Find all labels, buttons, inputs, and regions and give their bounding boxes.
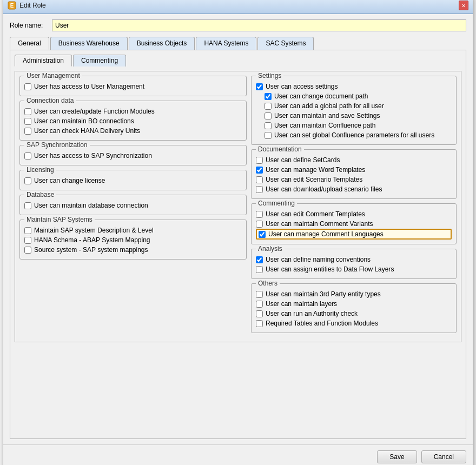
cb-naming-conventions-label: User can define naming conventions bbox=[266, 256, 371, 263]
list-item: Source system - SAP system mappings bbox=[24, 245, 242, 255]
cb-naming-conventions[interactable] bbox=[256, 256, 263, 263]
group-sap-sync: SAP Synchronization User has access to S… bbox=[19, 145, 247, 165]
cb-comment-variants[interactable] bbox=[256, 221, 263, 228]
edit-role-window: E Edit Role ✕ Role name: General Busines… bbox=[3, 0, 473, 465]
cb-data-flow-layers-label: User can assign entities to Data Flow La… bbox=[266, 265, 394, 273]
two-col-layout: User Management User has access to User … bbox=[19, 76, 457, 337]
cb-change-license[interactable] bbox=[24, 177, 31, 184]
role-name-label: Role name: bbox=[10, 22, 48, 29]
window-icon: E bbox=[8, 1, 16, 10]
close-button[interactable]: ✕ bbox=[459, 1, 468, 10]
group-settings-title: Settings bbox=[256, 72, 283, 79]
cb-comment-templates[interactable] bbox=[256, 211, 263, 218]
cb-3rd-party[interactable] bbox=[256, 291, 263, 298]
list-item: User can maintain BO connections bbox=[24, 116, 242, 126]
tab-commenting[interactable]: Commenting bbox=[73, 55, 126, 67]
list-item: User can change document path bbox=[256, 91, 452, 101]
cb-source-system[interactable] bbox=[24, 247, 31, 254]
cb-create-function-modules[interactable] bbox=[24, 108, 31, 115]
group-maintain-sap: Maintain SAP Systems Maintain SAP system… bbox=[19, 220, 247, 260]
list-item: User can run an Authority check bbox=[256, 309, 452, 318]
cb-hana-schema-label: HANA Schema - ABAP System Mapping bbox=[34, 236, 150, 244]
role-name-input[interactable] bbox=[52, 19, 466, 31]
tab-general[interactable]: General bbox=[10, 37, 49, 50]
cb-access-settings[interactable] bbox=[256, 83, 263, 90]
list-item: User can maintain 3rd Party entity types bbox=[256, 289, 452, 299]
group-analysis-title: Analysis bbox=[256, 245, 285, 253]
list-item: User can maintain database connection bbox=[24, 201, 242, 210]
tab-administration[interactable]: Administration bbox=[15, 55, 72, 67]
cb-setcards-label: User can define SetCards bbox=[266, 156, 340, 164]
group-analysis: Analysis User can define naming conventi… bbox=[251, 249, 457, 279]
group-others-title: Others bbox=[256, 280, 280, 287]
tab-business-warehouse[interactable]: Business Warehouse bbox=[50, 37, 128, 50]
group-maintain-sap-title: Maintain SAP Systems bbox=[24, 216, 95, 223]
cb-comment-languages-label: User can manage Comment Languages bbox=[268, 230, 384, 238]
list-item: User can change license bbox=[24, 176, 242, 185]
cb-comment-languages[interactable] bbox=[259, 231, 266, 238]
cb-db-connection-label: User can maintain database connection bbox=[34, 202, 148, 209]
cancel-button[interactable]: Cancel bbox=[421, 450, 466, 463]
group-licensing: Licensing User can change license bbox=[19, 170, 247, 190]
cb-confluence-path[interactable] bbox=[265, 122, 272, 129]
cb-global-confluence[interactable] bbox=[265, 132, 272, 139]
cb-maintain-settings[interactable] bbox=[265, 112, 272, 119]
cb-required-tables-label: Required Tables and Function Modules bbox=[266, 320, 378, 327]
cb-db-connection[interactable] bbox=[24, 202, 31, 209]
cb-sap-desc-level[interactable] bbox=[24, 227, 31, 234]
left-column: User Management User has access to User … bbox=[19, 76, 247, 337]
tab-hana-systems[interactable]: HANA Systems bbox=[196, 37, 256, 50]
list-item: Maintain SAP system Description & Level bbox=[24, 225, 242, 235]
cb-setcards[interactable] bbox=[256, 157, 263, 164]
title-bar-left: E Edit Role bbox=[8, 1, 46, 10]
group-commenting-title: Commenting bbox=[256, 200, 297, 207]
cb-hana-schema[interactable] bbox=[24, 237, 31, 244]
cb-download-scenario-label: User can download/upload scenario files bbox=[266, 185, 382, 193]
cb-authority-check-label: User can run an Authority check bbox=[266, 310, 358, 317]
cb-source-system-label: Source system - SAP system mappings bbox=[34, 246, 148, 254]
cb-word-templates[interactable] bbox=[256, 167, 263, 174]
tab-sac-systems[interactable]: SAC Systems bbox=[257, 37, 314, 50]
group-documentation-content: User can define SetCards User can manage… bbox=[256, 155, 452, 194]
cb-confluence-path-label: User can maintain Confluence path bbox=[274, 122, 375, 129]
list-item: User can assign entities to Data Flow La… bbox=[256, 264, 452, 274]
cb-hana-delivery[interactable] bbox=[24, 128, 31, 135]
cb-maintain-settings-label: User can maintain and save Settings bbox=[274, 112, 380, 119]
cb-download-scenario[interactable] bbox=[256, 186, 263, 193]
cb-sap-sync-access[interactable] bbox=[24, 152, 31, 160]
cb-maintain-layers-label: User can maintain layers bbox=[266, 300, 337, 308]
list-item: User can manage Word Templates bbox=[256, 165, 452, 175]
group-connection-data-content: User can create/update Function Modules … bbox=[24, 107, 242, 136]
window-body: Role name: General Business Warehouse Bu… bbox=[3, 14, 473, 444]
save-button[interactable]: Save bbox=[377, 450, 416, 463]
title-bar: E Edit Role ✕ bbox=[3, 0, 473, 14]
list-item: User can define naming conventions bbox=[256, 255, 452, 264]
cb-bo-connections[interactable] bbox=[24, 118, 31, 125]
cb-sap-desc-level-label: Maintain SAP system Description & Level bbox=[34, 227, 154, 234]
list-item: User can maintain layers bbox=[256, 299, 452, 309]
cb-global-confluence-label: User can set global Confluence parameter… bbox=[274, 131, 434, 139]
cb-data-flow-layers[interactable] bbox=[256, 266, 263, 273]
cb-authority-check[interactable] bbox=[256, 310, 263, 317]
cb-change-doc-path[interactable] bbox=[265, 93, 272, 100]
tab-business-objects[interactable]: Business Objects bbox=[129, 37, 195, 50]
group-sap-sync-content: User has access to SAP Synchronization bbox=[24, 151, 242, 161]
group-database-title: Database bbox=[24, 191, 56, 198]
group-commenting-content: User can edit Comment Templates User can… bbox=[256, 209, 452, 240]
cb-maintain-layers[interactable] bbox=[256, 301, 263, 308]
cb-global-path[interactable] bbox=[265, 103, 272, 110]
window-title: Edit Role bbox=[19, 2, 46, 9]
list-item: User can check HANA Delivery Units bbox=[24, 126, 242, 136]
group-connection-data-title: Connection data bbox=[24, 97, 76, 104]
list-item: User can manage Comment Languages bbox=[256, 229, 452, 240]
group-user-management: User Management User has access to User … bbox=[19, 76, 247, 96]
group-database: Database User can maintain database conn… bbox=[19, 195, 247, 215]
list-item: User has access to User Management bbox=[24, 82, 242, 91]
cb-comment-variants-label: User can maintain Comment Variants bbox=[266, 220, 373, 228]
cb-required-tables[interactable] bbox=[256, 320, 263, 327]
cb-create-function-modules-label: User can create/update Function Modules bbox=[34, 108, 155, 115]
cb-user-management-access[interactable] bbox=[24, 83, 31, 90]
list-item: User can download/upload scenario files bbox=[256, 184, 452, 194]
role-name-row: Role name: bbox=[10, 19, 466, 31]
cb-scenario-templates[interactable] bbox=[256, 176, 263, 183]
